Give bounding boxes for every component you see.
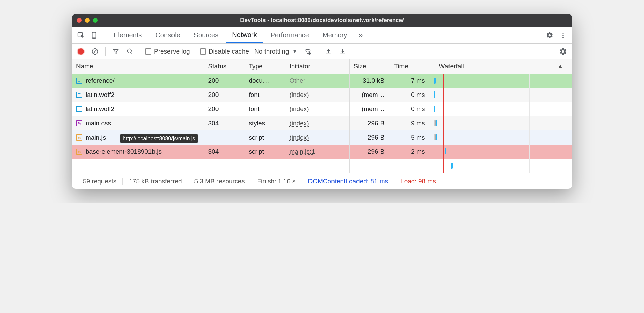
- filter-icon[interactable]: [110, 46, 121, 57]
- request-name: main.js: [86, 134, 106, 141]
- table-row[interactable]: T latin.woff2 200font(index)(mem…0 ms: [72, 102, 572, 116]
- size-cell: 296 B: [349, 130, 390, 145]
- col-header-name[interactable]: Name: [72, 59, 204, 74]
- time-cell: 0 ms: [390, 102, 431, 116]
- url-tooltip: http://localhost:8080/js/main.js: [120, 134, 198, 143]
- initiator-cell: (index): [285, 116, 349, 130]
- waterfall-bar: [445, 148, 446, 154]
- doc-file-icon: ≡: [76, 78, 82, 84]
- type-cell: font: [245, 88, 285, 102]
- waterfall-cell: [431, 102, 572, 116]
- svg-point-3: [562, 32, 564, 34]
- initiator-link[interactable]: (index): [290, 105, 309, 112]
- svg-point-10: [307, 53, 308, 54]
- waterfall-cell: [431, 145, 572, 159]
- js-file-icon: ◇: [76, 149, 82, 155]
- tab-label: Performance: [271, 31, 309, 39]
- col-header-initiator[interactable]: Initiator: [285, 59, 349, 74]
- tab-performance[interactable]: Performance: [264, 27, 316, 43]
- col-header-size[interactable]: Size: [349, 59, 390, 74]
- summary-requests: 59 requests: [77, 178, 123, 185]
- kebab-menu-icon[interactable]: [557, 29, 569, 41]
- col-header-status[interactable]: Status: [204, 59, 245, 74]
- summary-finish: Finish: 1.16 s: [251, 178, 302, 185]
- svg-point-4: [562, 35, 564, 36]
- device-toolbar-icon[interactable]: [88, 29, 100, 41]
- request-name: latin.woff2: [86, 91, 114, 99]
- initiator-cell: main.js:1: [285, 145, 349, 159]
- status-cell: 200: [204, 88, 245, 102]
- divider: [104, 30, 104, 40]
- main-tabs: Elements Console Sources Network Perform…: [72, 27, 572, 44]
- initiator-cell: (index): [285, 102, 349, 116]
- divider: [195, 47, 195, 56]
- network-requests-table: Name Status Type Initiator Size Time Wat…: [72, 59, 572, 173]
- traffic-lights: [77, 18, 98, 23]
- network-conditions-icon[interactable]: [302, 46, 313, 57]
- initiator-link[interactable]: (index): [290, 120, 309, 127]
- col-header-time[interactable]: Time: [390, 59, 431, 74]
- tab-label: Sources: [194, 31, 218, 39]
- panel-settings-icon[interactable]: [558, 46, 569, 57]
- divider: [140, 47, 140, 56]
- tab-label: Network: [232, 31, 257, 39]
- tab-sources[interactable]: Sources: [188, 27, 225, 43]
- initiator-link[interactable]: (index): [290, 91, 309, 98]
- size-cell: (mem…: [349, 88, 390, 102]
- waterfall-cell: [431, 74, 572, 88]
- settings-icon[interactable]: [544, 29, 556, 41]
- initiator-cell: (index): [285, 130, 349, 145]
- col-header-waterfall[interactable]: Waterfall ▲: [431, 59, 572, 74]
- request-name: main.css: [86, 120, 111, 127]
- svg-rect-13: [341, 53, 345, 54]
- initiator-link[interactable]: main.js:1: [290, 148, 315, 155]
- font-file-icon: T: [76, 92, 82, 98]
- tab-console[interactable]: Console: [149, 27, 186, 43]
- tab-label: Console: [155, 31, 180, 39]
- col-header-type[interactable]: Type: [245, 59, 285, 74]
- window-title: DevTools - localhost:8080/docs/devtools/…: [72, 17, 572, 24]
- svg-line-9: [131, 52, 133, 54]
- network-toolbar: Preserve log Disable cache No throttling…: [72, 44, 572, 59]
- more-tabs-icon[interactable]: »: [354, 29, 367, 41]
- inspect-element-icon[interactable]: [75, 29, 87, 41]
- divider: [318, 47, 318, 56]
- size-cell: 31.0 kB: [349, 74, 390, 88]
- table-row[interactable]: ◇ main.js http://localhost:8080/js/main.…: [72, 130, 572, 145]
- clear-icon[interactable]: [90, 46, 100, 57]
- search-icon[interactable]: [124, 46, 135, 57]
- waterfall-bar: [434, 78, 436, 84]
- disable-cache-checkbox[interactable]: Disable cache: [200, 48, 249, 55]
- tab-memory[interactable]: Memory: [317, 27, 353, 43]
- record-button[interactable]: [75, 46, 86, 57]
- size-cell: 296 B: [349, 145, 390, 159]
- upload-har-icon[interactable]: [323, 46, 334, 57]
- throttling-select[interactable]: No throttling ▼: [252, 48, 299, 55]
- type-cell: script: [245, 145, 285, 159]
- table-row[interactable]: ≡ reference/ 200docu…Other31.0 kB7 ms: [72, 74, 572, 88]
- initiator-link[interactable]: (index): [290, 134, 309, 141]
- maximize-window-button[interactable]: [93, 18, 98, 23]
- summary-transferred: 175 kB transferred: [123, 178, 188, 185]
- download-har-icon[interactable]: [337, 46, 348, 57]
- svg-point-5: [562, 37, 564, 38]
- status-cell: 304: [204, 116, 245, 130]
- initiator-cell: (index): [285, 88, 349, 102]
- size-cell: 296 B: [349, 116, 390, 130]
- time-cell: 9 ms: [390, 116, 431, 130]
- tab-elements[interactable]: Elements: [108, 27, 148, 43]
- waterfall-label: Waterfall: [439, 63, 464, 70]
- summary-load: Load: 98 ms: [394, 178, 442, 185]
- close-window-button[interactable]: [77, 18, 82, 23]
- minimize-window-button[interactable]: [85, 18, 90, 23]
- table-row[interactable]: ✎ main.css 304styles…(index)296 B9 ms: [72, 116, 572, 130]
- waterfall-bar: [434, 106, 435, 112]
- tab-network[interactable]: Network: [226, 27, 263, 43]
- table-row[interactable]: ◇ base-element-3018901b.js 304scriptmain…: [72, 145, 572, 159]
- preserve-log-checkbox[interactable]: Preserve log: [145, 48, 190, 55]
- chevron-down-icon: ▼: [292, 49, 297, 54]
- css-file-icon: ✎: [76, 120, 82, 126]
- tab-label: Memory: [323, 31, 347, 39]
- table-row[interactable]: T latin.woff2 200font(index)(mem…0 ms: [72, 88, 572, 102]
- type-cell: script: [245, 130, 285, 145]
